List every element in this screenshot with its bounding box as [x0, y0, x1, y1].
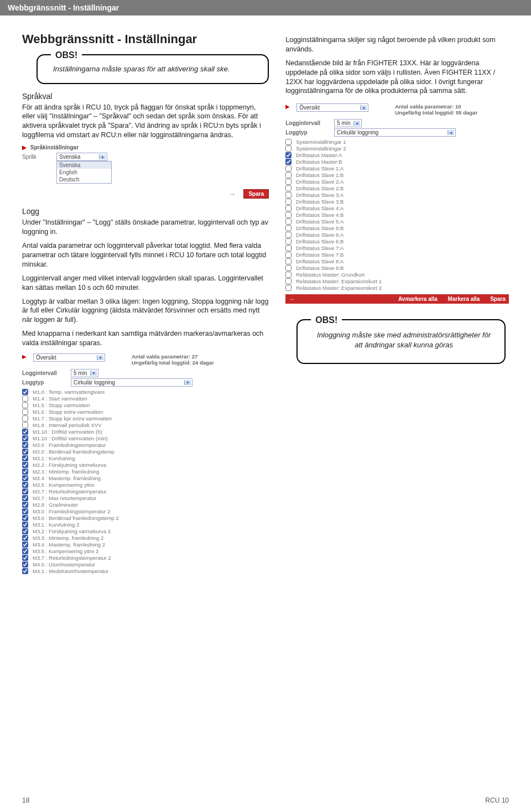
checkbox[interactable] — [285, 245, 291, 251]
list-item-label: Relästatus Master: Expansionskort 2 — [296, 285, 382, 291]
checkbox[interactable] — [22, 528, 28, 534]
list-item-label: M1.10 : Drifttid varmvatten (min) — [33, 435, 108, 441]
checkbox[interactable] — [285, 205, 291, 211]
list-item-label: M2.7 : Max returtemperatur — [33, 495, 96, 501]
checkbox[interactable] — [22, 389, 28, 395]
checkbox[interactable] — [285, 225, 291, 231]
checkbox[interactable] — [285, 199, 291, 205]
list-item: M1.0 : Temp. varmvattengivare — [22, 389, 269, 395]
list-item-label: M3.1 : Kurvlutning 2 — [33, 522, 80, 528]
checkbox[interactable] — [22, 495, 28, 501]
list-item-label: M1.4 : Start varmvatten — [33, 395, 87, 402]
list-item: M2.3 : Mintemp. framledning — [22, 469, 269, 475]
checkbox[interactable] — [22, 548, 28, 554]
left-logg-widget: ▶ Översikt ▼ Antal valda parametrar: 27 … — [22, 353, 269, 574]
checkbox[interactable] — [285, 252, 291, 258]
type-select-left[interactable]: Cirkulär loggning ▼ — [71, 378, 192, 387]
checkbox[interactable] — [22, 482, 28, 488]
checkbox[interactable] — [285, 238, 291, 244]
deselect-all-button[interactable]: Avmarkera alla — [398, 296, 438, 302]
obs-text-bottom: Inloggning måste ske med administratörsr… — [317, 331, 491, 349]
checkbox[interactable] — [22, 515, 28, 521]
checkbox[interactable] — [22, 442, 28, 448]
sprak-option[interactable]: English — [57, 169, 111, 176]
checkbox[interactable] — [22, 475, 28, 481]
logg-p5: Med knapparna i nederkant kan samtliga m… — [22, 329, 269, 348]
checkbox[interactable] — [285, 192, 291, 198]
checkbox[interactable] — [22, 395, 28, 402]
logg-p2: Antal valda parametrar och loggintervall… — [22, 241, 269, 269]
checkbox[interactable] — [285, 212, 291, 218]
list-item-label: Driftstatus Slave 5:A — [296, 218, 343, 225]
checkbox[interactable] — [285, 278, 291, 284]
checkbox[interactable] — [22, 449, 28, 455]
checkbox[interactable] — [285, 265, 291, 271]
type-value-right: Cirkulär loggning — [337, 129, 378, 136]
list-item: M3.0 : Framledningstemperatur 2 — [22, 508, 269, 514]
list-item-label: M2.0 : Framledningstemperatur — [33, 442, 106, 448]
checkbox[interactable] — [285, 172, 291, 178]
list-item-label: M1.7 : Stopp kpr extra varmvatten — [33, 415, 112, 421]
logg-p3: Loggintervall anger med vilket intervall… — [22, 274, 269, 293]
list-item: Relästatus Master: Expansionskort 1 — [285, 278, 509, 284]
checkbox[interactable] — [285, 165, 291, 171]
checkbox[interactable] — [22, 435, 28, 441]
list-item-label: M4.0 : Utomhustemperatur — [33, 561, 95, 568]
checkbox[interactable] — [22, 409, 28, 415]
checkbox[interactable] — [22, 488, 28, 495]
header-bar: Webbgränssnitt - Inställningar — [0, 0, 531, 15]
checkbox[interactable] — [22, 561, 28, 568]
checkbox[interactable] — [22, 522, 28, 528]
checkbox[interactable] — [22, 535, 28, 541]
sprak-option[interactable]: Svenska — [57, 162, 111, 169]
sprak-select[interactable]: Svenska ▼ — [56, 153, 107, 161]
list-item: M2.1 : Kurvlutning — [22, 455, 269, 461]
checkbox[interactable] — [22, 542, 28, 548]
checkbox[interactable] — [22, 455, 28, 461]
list-item: Driftstatus Slave 5:A — [285, 218, 509, 225]
checkbox[interactable] — [22, 502, 28, 508]
checkbox[interactable] — [285, 159, 291, 165]
checkbox[interactable] — [285, 232, 291, 238]
select-all-button[interactable]: Markera alla — [448, 296, 480, 302]
oversikt-select-right[interactable]: Översikt ▼ — [296, 103, 368, 112]
left-column: Webbgränssnitt - Inställningar OBS! Inst… — [22, 32, 269, 575]
left-meta-1: Antal valda parametrar: 27 — [132, 353, 214, 360]
sprak-widget: ▶ Språkinställningar Språk Svenska ▼ Sve… — [22, 144, 269, 199]
checkbox[interactable] — [285, 145, 291, 152]
sprak-select-value: Svenska — [59, 154, 80, 160]
oversikt-select-left[interactable]: Översikt ▼ — [33, 353, 105, 362]
right-meta-2: Ungefärlig total loggtid: 55 dagar — [395, 110, 477, 116]
sprak-dropdown[interactable]: SvenskaEnglishDeutsch — [56, 161, 112, 184]
list-item-label: Driftstatus Slave 6:A — [296, 232, 343, 238]
list-item: M1.8 : Intervall periodisk XVV — [22, 422, 269, 428]
checkbox[interactable] — [285, 185, 291, 191]
type-value-left: Cirkulär loggning — [74, 379, 115, 386]
sprak-save-button[interactable]: Spara — [243, 189, 269, 199]
list-item: M2.2 : Förskjutning värmekurva — [22, 462, 269, 468]
checkbox[interactable] — [22, 422, 28, 428]
checkbox[interactable] — [22, 402, 28, 408]
interval-select-left[interactable]: 5 min ▼ — [71, 369, 98, 377]
interval-select-right[interactable]: 5 min ▼ — [334, 119, 362, 127]
checkbox[interactable] — [285, 272, 291, 278]
save-button[interactable]: Spara — [490, 296, 506, 302]
list-item: M3.4 : Maxtemp. framledning 2 — [22, 542, 269, 548]
checkbox[interactable] — [285, 152, 291, 158]
checkbox[interactable] — [285, 218, 291, 225]
checkbox[interactable] — [22, 469, 28, 475]
type-select-right[interactable]: Cirkulär loggning ▼ — [334, 128, 456, 137]
checkbox[interactable] — [22, 568, 28, 574]
checkbox[interactable] — [22, 555, 28, 561]
checkbox[interactable] — [285, 139, 291, 145]
list-item-label: Driftstatus Slave 1:A — [296, 165, 343, 171]
sprak-option[interactable]: Deutsch — [57, 176, 111, 183]
checkbox[interactable] — [22, 508, 28, 514]
checkbox[interactable] — [285, 258, 291, 264]
list-item-label: M3.7 : Returledningstemperatur 2 — [33, 555, 111, 561]
checkbox[interactable] — [22, 415, 28, 421]
checkbox[interactable] — [285, 285, 291, 291]
checkbox[interactable] — [22, 429, 28, 435]
checkbox[interactable] — [22, 462, 28, 468]
checkbox[interactable] — [285, 179, 291, 185]
